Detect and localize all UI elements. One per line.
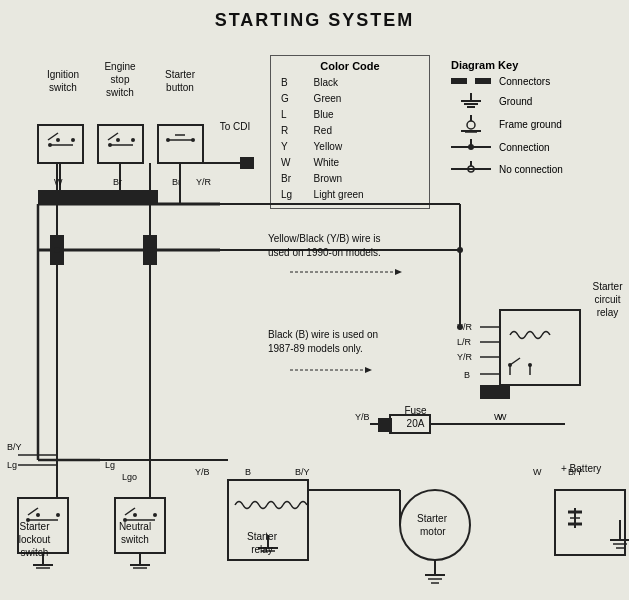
svg-text:B/Y: B/Y — [7, 442, 22, 452]
svg-rect-111 — [378, 418, 392, 432]
svg-point-19 — [48, 143, 52, 147]
svg-point-79 — [400, 490, 470, 560]
svg-text:motor: motor — [420, 526, 446, 537]
svg-text:Br: Br — [113, 177, 122, 187]
svg-rect-22 — [98, 125, 143, 163]
svg-point-95 — [56, 513, 60, 517]
svg-text:Y/R: Y/R — [196, 177, 212, 187]
svg-text:B: B — [464, 370, 470, 380]
engine-stop-label: Enginestopswitch — [95, 60, 145, 99]
note-black: Black (B) wire is used on1987-89 models … — [268, 328, 453, 356]
svg-text:Y/B: Y/B — [195, 467, 210, 477]
svg-rect-70 — [555, 490, 625, 555]
svg-text:Lg: Lg — [7, 460, 17, 470]
starter-relay-label: Starterrelay — [232, 530, 292, 556]
fuse-label: Fuse20A — [393, 404, 438, 430]
wiring-diagram: Y/R L/R Y/R B W — [0, 30, 629, 600]
starter-button-label: Starterbutton — [155, 68, 205, 94]
svg-text:B/Y: B/Y — [295, 467, 310, 477]
svg-point-141 — [457, 324, 463, 330]
svg-point-138 — [54, 247, 60, 253]
svg-point-32 — [191, 138, 195, 142]
svg-rect-43 — [500, 310, 580, 385]
page-title: STARTING SYSTEM — [0, 0, 629, 31]
svg-point-21 — [71, 138, 75, 142]
svg-text:Lgo: Lgo — [122, 472, 137, 482]
svg-rect-16 — [38, 125, 83, 163]
svg-point-31 — [166, 138, 170, 142]
svg-rect-38 — [240, 157, 254, 169]
starter-lockout-label: Starterlockoutswitch — [7, 520, 62, 559]
neutral-switch-label: Neutralswitch — [105, 520, 165, 546]
svg-point-26 — [116, 138, 120, 142]
note-yellow-black: Yellow/Black (Y/B) wire isused on 1990-o… — [268, 232, 458, 260]
svg-point-20 — [56, 138, 60, 142]
svg-text:L/R: L/R — [457, 337, 472, 347]
svg-text:Starter: Starter — [417, 513, 448, 524]
svg-point-104 — [153, 513, 157, 517]
svg-text:W: W — [498, 412, 507, 422]
svg-marker-62 — [395, 269, 402, 275]
svg-point-94 — [36, 513, 40, 517]
svg-point-25 — [108, 143, 112, 147]
svg-point-27 — [131, 138, 135, 142]
svg-text:W: W — [54, 177, 63, 187]
page: STARTING SYSTEM Color Code BBlack GGreen… — [0, 0, 629, 600]
svg-rect-28 — [158, 125, 203, 163]
svg-point-103 — [133, 513, 137, 517]
svg-text:W: W — [533, 467, 542, 477]
svg-text:Y/B: Y/B — [355, 412, 370, 422]
svg-point-139 — [147, 247, 153, 253]
svg-rect-110 — [480, 385, 510, 399]
ignition-switch-label: Ignitionswitch — [38, 68, 88, 94]
svg-point-47 — [508, 363, 512, 367]
svg-text:B: B — [245, 467, 251, 477]
to-cdi-label: To CDI — [215, 120, 255, 133]
battery-label: + Battery — [557, 462, 622, 475]
svg-marker-64 — [365, 367, 372, 373]
svg-text:Y/R: Y/R — [457, 352, 473, 362]
svg-text:Lg: Lg — [105, 460, 115, 470]
starter-circuit-relay-label: Startercircuitrelay — [580, 280, 629, 319]
svg-point-48 — [528, 363, 532, 367]
